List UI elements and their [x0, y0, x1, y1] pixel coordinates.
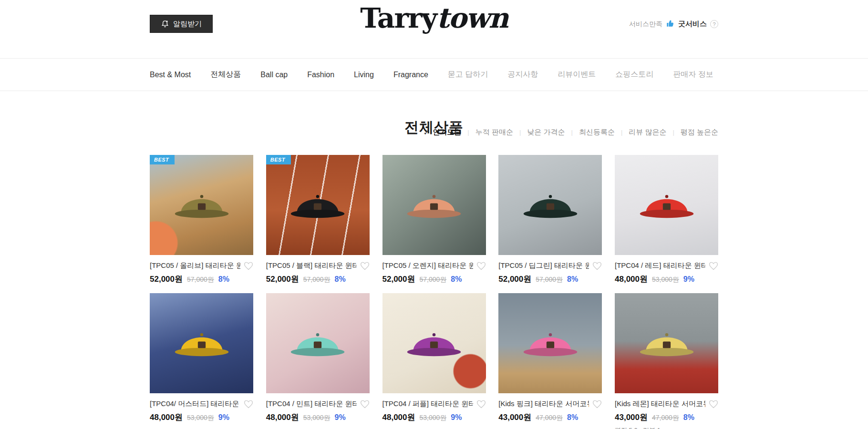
nav-link[interactable]: 쇼핑스토리: [615, 70, 653, 78]
product-price-row: 43,000원 47,000원 8%: [498, 412, 602, 423]
product-original-price: 53,000원: [420, 414, 447, 422]
cap-logo-patch: [547, 342, 554, 348]
product-card[interactable]: [TPC05 / 오렌지] 태리타운 윈터나일... 52,000원 57,00…: [382, 155, 486, 285]
product-image[interactable]: [382, 155, 486, 255]
product-card[interactable]: [TPC04/ 머스터드] 태리타운 윈터나... 48,000원 53,000…: [150, 293, 253, 429]
product-price-row: 52,000원 57,000원 8%: [498, 274, 602, 285]
product-card[interactable]: [TPC05 / 딥그린] 태리타운 윈터나일... 52,000원 57,00…: [498, 155, 602, 285]
nav-item-쇼핑스토리: 쇼핑스토리: [615, 70, 653, 80]
product-image[interactable]: [382, 293, 486, 393]
product-card[interactable]: [TPC04 / 퍼플] 태리타운 윈터나일론... 48,000원 53,00…: [382, 293, 486, 429]
product-original-price: 47,000원: [536, 414, 563, 422]
wishlist-heart-icon[interactable]: [360, 262, 370, 270]
product-price: 48,000원: [150, 412, 183, 423]
wishlist-heart-icon[interactable]: [709, 262, 718, 270]
product-discount: 9%: [451, 413, 462, 422]
product-price: 43,000원: [498, 412, 531, 423]
product-image[interactable]: [615, 155, 718, 255]
product-name-row: [Kids 레몬] 태리타운 서머코듀로이 ...: [615, 399, 718, 409]
cap-illustration: [166, 186, 238, 228]
product-price: 52,000원: [266, 274, 299, 285]
cap-logo-patch: [547, 204, 554, 210]
product-card[interactable]: BEST [TPC05 / 블랙] 태리타운 윈터나일론... 52,000원 …: [266, 155, 370, 285]
cap-logo-patch: [314, 342, 321, 348]
nav-link[interactable]: 판매자 정보: [673, 70, 713, 78]
logo-text-italic: town: [436, 2, 508, 34]
nav-item-Fragrance: Fragrance: [393, 71, 428, 79]
product-price: 52,000원: [382, 274, 415, 285]
wishlist-heart-icon[interactable]: [476, 400, 486, 409]
sort-bar: ✓인기도순|누적 판매순|낮은 가격순|최신등록순|리뷰 많은순|평점 높은순: [424, 128, 718, 137]
product-image[interactable]: [615, 293, 718, 393]
product-price: 48,000원: [615, 274, 648, 285]
cap-illustration: [398, 324, 470, 366]
bell-plus-icon: [161, 20, 169, 28]
nav-item-Living: Living: [354, 71, 374, 79]
product-price-row: 43,000원 47,000원 8%: [615, 412, 718, 423]
product-discount: 9%: [218, 413, 229, 422]
nav-link[interactable]: Fashion: [307, 71, 334, 79]
nav-item-리뷰이벤트: 리뷰이벤트: [558, 70, 596, 80]
product-image[interactable]: [498, 155, 602, 255]
wishlist-heart-icon[interactable]: [476, 262, 486, 270]
product-price: 52,000원: [498, 274, 531, 285]
product-image[interactable]: [266, 293, 370, 393]
cap-illustration: [282, 186, 353, 228]
product-card[interactable]: [Kids 레몬] 태리타운 서머코듀로이 ... 43,000원 47,000…: [615, 293, 718, 429]
nav-item-판매자 정보: 판매자 정보: [673, 70, 713, 80]
product-card[interactable]: [TPC04 / 민트] 태리타운 윈터나일론... 48,000원 53,00…: [266, 293, 370, 429]
product-card[interactable]: [Kids 핑크] 태리타운 서머코듀로이 ... 43,000원 47,000…: [498, 293, 602, 429]
sort-option-리뷰 많은순[interactable]: 리뷰 많은순: [629, 128, 666, 137]
wishlist-heart-icon[interactable]: [244, 262, 253, 270]
product-card[interactable]: [TPC04 / 레드] 태리타운 윈터나일론... 48,000원 53,00…: [615, 155, 718, 285]
sort-option-최신등록순[interactable]: 최신등록순: [579, 128, 615, 137]
wishlist-heart-icon[interactable]: [360, 400, 370, 409]
nav-link[interactable]: Ball cap: [260, 71, 288, 79]
sort-separator: |: [621, 129, 622, 136]
product-discount: 8%: [683, 413, 694, 422]
product-title: [TPC04 / 퍼플] 태리타운 윈터나일론...: [382, 399, 473, 409]
nav-link[interactable]: 공지사항: [507, 70, 538, 78]
nav-item-묻고 답하기: 묻고 답하기: [448, 70, 488, 80]
product-image[interactable]: [150, 293, 253, 393]
product-title: [TPC05 / 올리브] 태리타운 윈터나일...: [150, 261, 240, 270]
cap-illustration: [166, 324, 238, 366]
product-discount: 9%: [683, 275, 694, 284]
sort-option-평점 높은순[interactable]: 평점 높은순: [681, 128, 718, 137]
cap-logo-patch: [662, 342, 670, 348]
product-price: 48,000원: [266, 412, 299, 423]
product-image[interactable]: BEST: [150, 155, 253, 255]
help-icon[interactable]: ?: [710, 20, 718, 28]
product-name-row: [TPC04 / 레드] 태리타운 윈터나일론...: [615, 261, 718, 270]
nav-link[interactable]: 묻고 답하기: [448, 70, 488, 78]
product-name-row: [Kids 핑크] 태리타운 서머코듀로이 ...: [498, 399, 602, 409]
wishlist-heart-icon[interactable]: [244, 400, 253, 409]
nav-link[interactable]: Fragrance: [393, 71, 428, 79]
nav-link[interactable]: Best & Most: [150, 71, 191, 79]
product-price: 48,000원: [382, 412, 415, 423]
product-price: 52,000원: [150, 274, 183, 285]
wishlist-heart-icon[interactable]: [709, 400, 718, 409]
sort-separator: |: [467, 129, 469, 136]
nav-link[interactable]: Living: [354, 71, 374, 79]
nav-link[interactable]: 전체상품: [210, 70, 241, 78]
sort-option-낮은 가격순[interactable]: 낮은 가격순: [527, 128, 565, 137]
nav-item-전체상품: 전체상품: [210, 70, 241, 80]
product-discount: 8%: [218, 275, 229, 284]
product-image[interactable]: [498, 293, 602, 393]
product-card[interactable]: BEST [TPC05 / 올리브] 태리타운 윈터나일... 52,000원 …: [150, 155, 253, 285]
product-original-price: 53,000원: [652, 276, 679, 284]
product-title: [TPC04 / 민트] 태리타운 윈터나일론...: [266, 399, 357, 409]
site-logo[interactable]: Tarrytown: [360, 2, 508, 34]
sort-option-인기도순[interactable]: 인기도순: [433, 128, 461, 137]
sort-option-누적 판매순[interactable]: 누적 판매순: [475, 128, 513, 137]
nav-item-Fashion: Fashion: [307, 71, 334, 79]
nav-link[interactable]: 리뷰이벤트: [558, 70, 596, 78]
product-image[interactable]: BEST: [266, 155, 370, 255]
wishlist-heart-icon[interactable]: [592, 262, 602, 270]
wishlist-heart-icon[interactable]: [592, 400, 602, 409]
cap-logo-patch: [197, 204, 205, 210]
product-price-row: 52,000원 57,000원 8%: [382, 274, 486, 285]
notify-button[interactable]: 알림받기: [150, 15, 213, 33]
product-title: [Kids 핑크] 태리타운 서머코듀로이 ...: [498, 399, 589, 409]
